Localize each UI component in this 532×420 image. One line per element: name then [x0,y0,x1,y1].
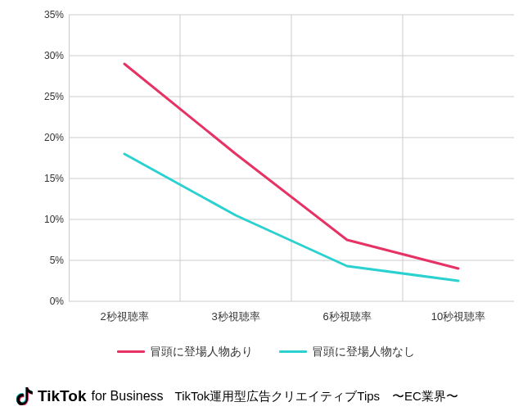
legend-item-series-a: 冒頭に登場人物あり [117,345,253,359]
x-tick-label: 6秒視聴率 [322,309,371,324]
footer-tagline: TikTok運用型広告クリエイティブTips 〜EC業界〜 [175,389,458,404]
y-tick-label: 15% [44,173,64,184]
brand-suffix: for Business [91,389,163,404]
series-line-0 [124,64,458,269]
y-tick-label: 30% [44,50,64,61]
series-line-1 [124,154,458,281]
x-tick-label: 2秒視聴率 [100,309,148,324]
legend-label-b: 冒頭に登場人物なし [312,345,415,359]
legend-item-series-b: 冒頭に登場人物なし [279,345,415,359]
y-tick-label: 20% [44,132,64,143]
y-tick-label: 5% [50,255,64,266]
y-tick-label: 35% [44,9,64,20]
legend: 冒頭に登場人物あり 冒頭に登場人物なし [0,342,532,359]
plot-area [69,15,514,301]
tiktok-icon [16,387,33,405]
x-axis-labels: 2秒視聴率3秒視聴率6秒視聴率10秒視聴率 [69,309,514,326]
y-axis-labels: 0%5%10%15%20%25%30%35% [34,15,69,326]
chart: 0%5%10%15%20%25%30%35% 2秒視聴率3秒視聴率6秒視聴率10… [34,15,514,326]
x-tick-label: 10秒視聴率 [431,309,485,324]
footer: TikTok for Business TikTok運用型広告クリエイティブTi… [16,387,516,405]
x-tick-label: 3秒視聴率 [211,309,259,324]
brand-name: TikTok [38,387,86,405]
brand-logo: TikTok for Business [16,387,164,405]
legend-label-a: 冒頭に登場人物あり [150,345,253,359]
y-tick-label: 10% [44,214,64,225]
data-lines [69,15,514,301]
y-tick-label: 25% [44,91,64,102]
legend-swatch-a [117,350,145,353]
y-tick-label: 0% [50,296,64,307]
legend-swatch-b [279,350,307,353]
